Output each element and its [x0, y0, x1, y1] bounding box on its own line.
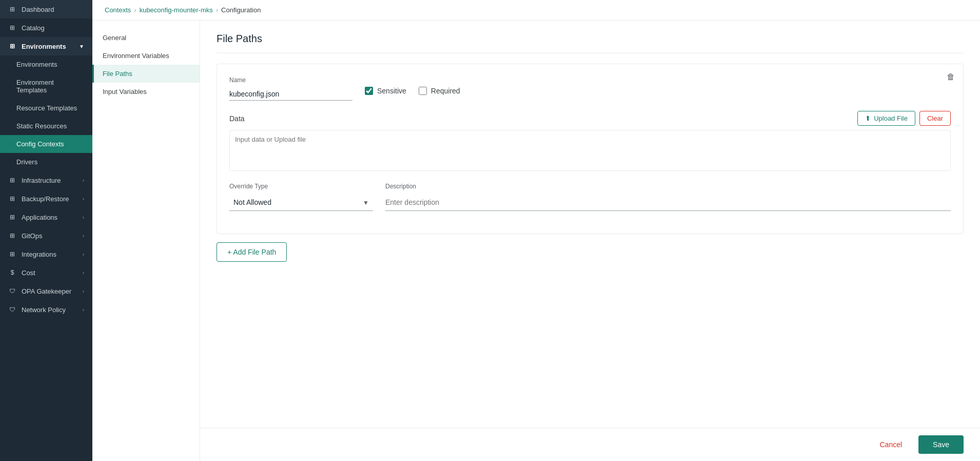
- sidebar-item-label: Drivers: [16, 158, 37, 166]
- sidebar-item-applications[interactable]: ⊞ Applications ›: [0, 208, 92, 226]
- data-textarea[interactable]: [229, 130, 951, 171]
- chevron-down-icon: ▼: [79, 44, 84, 49]
- nav-item-general[interactable]: General: [92, 29, 200, 47]
- sidebar-item-label: Dashboard: [22, 6, 54, 13]
- breadcrumb-sep-2: ›: [216, 6, 218, 14]
- sidebar-item-opa-gatekeeper[interactable]: 🛡 OPA Gatekeeper ›: [0, 282, 92, 300]
- sidebar: ⊞ Dashboard ⊞ Catalog ⊞ Environments ▼ E…: [0, 0, 92, 461]
- description-field: Description: [385, 183, 951, 211]
- name-label: Name: [229, 76, 352, 84]
- infrastructure-icon: ⊞: [8, 176, 16, 184]
- required-checkbox-item: Required: [419, 87, 460, 95]
- required-label[interactable]: Required: [431, 87, 460, 95]
- override-type-select-wrapper: Not Allowed Allowed Required ▼: [229, 194, 373, 211]
- sidebar-item-label: Static Resources: [16, 122, 67, 130]
- clear-button[interactable]: Clear: [919, 111, 951, 126]
- sidebar-item-network-policy[interactable]: 🛡 Network Policy ›: [0, 300, 92, 319]
- override-type-select[interactable]: Not Allowed Allowed Required: [229, 194, 373, 211]
- opa-icon: 🛡: [8, 287, 16, 295]
- sensitive-checkbox-item: Sensitive: [365, 87, 406, 95]
- nav-item-file-paths[interactable]: File Paths: [92, 65, 200, 83]
- sidebar-item-label: Applications: [22, 214, 57, 221]
- sensitive-label[interactable]: Sensitive: [377, 87, 406, 95]
- sidebar-item-config-contexts[interactable]: Config Contexts: [0, 135, 92, 153]
- sidebar-item-label: Config Contexts: [16, 140, 64, 148]
- chevron-right-icon: ›: [83, 233, 84, 239]
- chevron-right-icon: ›: [83, 289, 84, 294]
- sidebar-item-label: Backup/Restore: [22, 195, 69, 203]
- environments-icon: ⊞: [8, 42, 16, 50]
- network-policy-icon: 🛡: [8, 305, 16, 314]
- data-actions: ⬆ Upload File Clear: [857, 111, 951, 126]
- chevron-right-icon: ›: [83, 178, 84, 183]
- left-nav: General Environment Variables File Paths…: [92, 21, 200, 461]
- chevron-right-icon: ›: [83, 307, 84, 313]
- sidebar-item-environments-sub[interactable]: Environments: [0, 55, 92, 73]
- description-label: Description: [385, 183, 951, 190]
- sidebar-item-label: Environment Templates: [16, 79, 84, 94]
- page-content: File Paths 🗑 Name Sensitive: [200, 21, 980, 461]
- sidebar-item-label: OPA Gatekeeper: [22, 287, 71, 295]
- checkbox-group: Sensitive Required: [365, 87, 460, 95]
- backup-icon: ⊞: [8, 195, 16, 203]
- integrations-icon: ⊞: [8, 250, 16, 258]
- sidebar-item-environments[interactable]: ⊞ Environments ▼: [0, 37, 92, 55]
- sidebar-item-integrations[interactable]: ⊞ Integrations ›: [0, 245, 92, 263]
- data-label: Data: [229, 114, 245, 123]
- catalog-icon: ⊞: [8, 24, 16, 32]
- override-type-label: Override Type: [229, 183, 373, 190]
- sidebar-item-resource-templates[interactable]: Resource Templates: [0, 99, 92, 117]
- save-button[interactable]: Save: [918, 435, 964, 454]
- description-input[interactable]: [385, 194, 951, 211]
- sidebar-item-label: GitOps: [22, 232, 42, 240]
- breadcrumb-context-name[interactable]: kubeconfig-mounter-mks: [140, 6, 213, 14]
- sidebar-item-label: Environments: [16, 61, 57, 68]
- sidebar-item-dashboard[interactable]: ⊞ Dashboard: [0, 0, 92, 18]
- page-inner: File Paths 🗑 Name Sensitive: [200, 21, 980, 428]
- main-area: Contexts › kubeconfig-mounter-mks › Conf…: [92, 0, 980, 461]
- content-area: General Environment Variables File Paths…: [92, 21, 980, 461]
- sidebar-item-backup-restore[interactable]: ⊞ Backup/Restore ›: [0, 189, 92, 208]
- sidebar-item-static-resources[interactable]: Static Resources: [0, 117, 92, 135]
- data-header: Data ⬆ Upload File Clear: [229, 111, 951, 126]
- breadcrumb-contexts[interactable]: Contexts: [105, 6, 131, 14]
- cost-icon: $: [8, 268, 16, 277]
- name-row: Name Sensitive Required: [229, 76, 951, 101]
- chevron-right-icon: ›: [83, 252, 84, 257]
- nav-item-env-variables[interactable]: Environment Variables: [92, 47, 200, 65]
- sidebar-item-infrastructure[interactable]: ⊞ Infrastructure ›: [0, 171, 92, 189]
- sidebar-item-env-templates[interactable]: Environment Templates: [0, 73, 92, 99]
- name-input[interactable]: [229, 88, 352, 101]
- sensitive-checkbox[interactable]: [365, 87, 373, 95]
- sidebar-item-label: Integrations: [22, 251, 56, 258]
- upload-icon: ⬆: [865, 114, 871, 122]
- dashboard-icon: ⊞: [8, 5, 16, 13]
- sidebar-item-label: Resource Templates: [16, 104, 77, 112]
- name-field: Name: [229, 76, 352, 101]
- chevron-right-icon: ›: [83, 270, 84, 276]
- nav-item-input-variables[interactable]: Input Variables: [92, 83, 200, 101]
- sidebar-item-gitops[interactable]: ⊞ GitOps ›: [0, 226, 92, 245]
- breadcrumb: Contexts › kubeconfig-mounter-mks › Conf…: [92, 0, 980, 21]
- gitops-icon: ⊞: [8, 232, 16, 240]
- sidebar-item-drivers[interactable]: Drivers: [0, 153, 92, 171]
- add-file-path-button[interactable]: + Add File Path: [217, 242, 287, 262]
- file-path-config-card: 🗑 Name Sensitive: [217, 64, 964, 234]
- sidebar-item-catalog[interactable]: ⊞ Catalog: [0, 18, 92, 37]
- sidebar-item-label: Environments: [22, 43, 66, 50]
- upload-label: Upload File: [874, 114, 908, 122]
- page-title: File Paths: [217, 33, 964, 53]
- chevron-right-icon: ›: [83, 215, 84, 220]
- sidebar-item-label: Catalog: [22, 24, 45, 32]
- upload-file-button[interactable]: ⬆ Upload File: [857, 111, 915, 126]
- page-footer: Cancel Save: [200, 428, 980, 461]
- sidebar-item-cost[interactable]: $ Cost ›: [0, 263, 92, 282]
- sidebar-item-label: Infrastructure: [22, 177, 61, 184]
- required-checkbox[interactable]: [419, 87, 427, 95]
- sidebar-item-label: Network Policy: [22, 306, 66, 314]
- override-type-field: Override Type Not Allowed Allowed Requir…: [229, 183, 373, 211]
- cancel-button[interactable]: Cancel: [869, 435, 912, 454]
- override-row: Override Type Not Allowed Allowed Requir…: [229, 183, 951, 211]
- chevron-right-icon: ›: [83, 196, 84, 202]
- delete-icon[interactable]: 🗑: [947, 72, 955, 82]
